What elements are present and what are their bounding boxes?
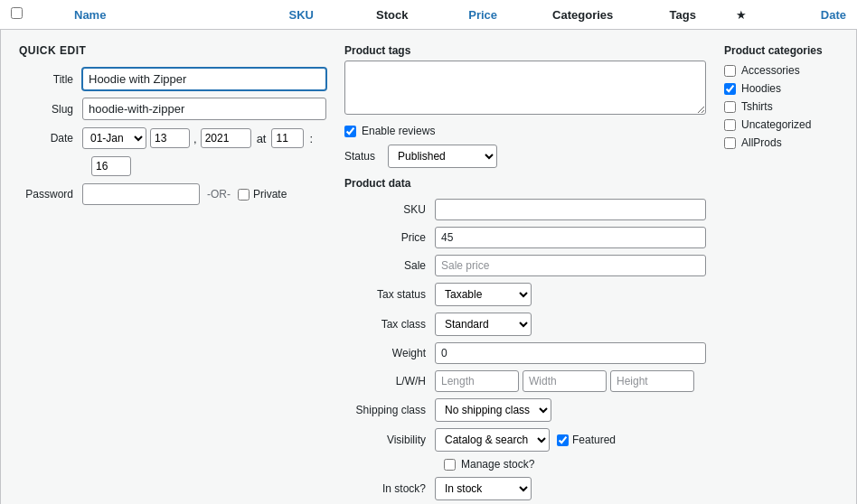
sku-row: SKU [344, 199, 706, 220]
table-header: Name SKU Stock Price Categories Tags ★ D… [0, 0, 857, 30]
col-categories: Categories [528, 8, 637, 22]
in-stock-select[interactable]: In stock Out of stock On backorder [435, 477, 532, 500]
private-label[interactable]: Private [238, 188, 287, 201]
shipping-class-row: Shipping class No shipping class Standar… [344, 398, 706, 422]
lwh-row: L/W/H [344, 370, 706, 392]
shipping-class-label: Shipping class [344, 404, 435, 416]
col-date[interactable]: Date [755, 8, 845, 22]
shipping-class-select[interactable]: No shipping class Standard Express [435, 398, 551, 422]
category-checkbox-accessories[interactable] [724, 65, 736, 77]
col-price[interactable]: Price [438, 8, 528, 22]
date-inputs: 01-Jan02-Feb03-Mar 04-Apr05-May06-Jun 07… [82, 127, 315, 149]
lwh-group [435, 370, 694, 392]
date-year-input[interactable] [201, 128, 251, 148]
category-checkbox-uncategorized[interactable] [724, 119, 736, 131]
weight-input[interactable] [435, 342, 706, 364]
length-input[interactable] [435, 370, 519, 392]
tax-class-select[interactable]: Standard Reduced rate Zero rate [435, 313, 532, 336]
enable-reviews-row: Enable reviews [344, 125, 706, 137]
featured-check: Featured [557, 434, 616, 446]
lwh-label: L/W/H [344, 375, 435, 387]
quick-edit-right: Product categories Accessories Hoodies T… [724, 44, 857, 504]
slug-label: Slug [19, 103, 82, 116]
date-month-select[interactable]: 01-Jan02-Feb03-Mar 04-Apr05-May06-Jun 07… [82, 127, 146, 149]
quick-edit-panel: QUICK EDIT Title Slug Date 01-Jan02-Feb0… [0, 30, 857, 504]
enable-reviews-label[interactable]: Enable reviews [362, 125, 435, 137]
price-input[interactable] [435, 227, 706, 248]
select-all-checkbox[interactable] [11, 7, 23, 19]
date-second-row [91, 156, 326, 176]
category-item-allprods: AllProds [724, 136, 857, 149]
tax-status-select[interactable]: Taxable Shipping only None [435, 283, 532, 306]
title-label: Title [19, 73, 82, 86]
col-name[interactable]: Name [74, 8, 256, 22]
product-tags-textarea[interactable] [344, 61, 706, 115]
category-name-hoodies: Hoodies [741, 82, 781, 95]
password-label: Password [19, 188, 82, 201]
category-item-tshirts: Tshirts [724, 100, 857, 113]
category-name-allprods: AllProds [741, 136, 782, 149]
date-row: Date 01-Jan02-Feb03-Mar 04-Apr05-May06-J… [19, 127, 326, 149]
visibility-select[interactable]: Catalog & search Catalog Search Hidden [435, 428, 550, 452]
col-tags: Tags [637, 8, 728, 22]
status-row: Status Published Draft Private Pending R… [344, 145, 706, 168]
date-at-label: at [257, 132, 267, 145]
manage-stock-row: Manage stock? [444, 458, 706, 471]
category-item-accessories: Accessories [724, 64, 857, 77]
col-star: ★ [728, 8, 755, 22]
tax-class-label: Tax class [344, 318, 435, 331]
category-checkbox-allprods[interactable] [724, 137, 736, 149]
tax-status-row: Tax status Taxable Shipping only None [344, 283, 706, 306]
featured-label[interactable]: Featured [572, 434, 616, 446]
time-colon: : [309, 132, 313, 145]
manage-stock-label[interactable]: Manage stock? [461, 458, 534, 471]
sku-input[interactable] [435, 199, 706, 220]
title-input[interactable] [82, 68, 326, 90]
col-stock: Stock [346, 8, 437, 22]
password-input[interactable] [82, 183, 200, 205]
category-item-uncategorized: Uncategorized [724, 118, 857, 131]
password-row: Password -OR- Private [19, 183, 326, 205]
sale-input[interactable] [435, 255, 706, 276]
slug-input[interactable] [82, 98, 326, 120]
date-hour-input[interactable] [271, 128, 304, 148]
enable-reviews-checkbox[interactable] [344, 126, 356, 137]
sku-label: SKU [344, 203, 435, 216]
quick-edit-title: QUICK EDIT [19, 44, 326, 57]
in-stock-label: In stock? [344, 482, 435, 495]
product-data-label: Product data [344, 177, 706, 190]
title-row: Title [19, 68, 326, 90]
quick-edit-middle: Product tags Enable reviews Status Publi… [344, 44, 706, 504]
date-comma: , [193, 132, 197, 145]
product-tags-label: Product tags [344, 44, 706, 57]
in-stock-row: In stock? In stock Out of stock On backo… [344, 477, 706, 500]
width-input[interactable] [523, 370, 607, 392]
date-minute-input[interactable] [91, 156, 131, 176]
price-label: Price [344, 231, 435, 244]
quick-edit-left: QUICK EDIT Title Slug Date 01-Jan02-Feb0… [19, 44, 326, 504]
tax-class-row: Tax class Standard Reduced rate Zero rat… [344, 313, 706, 336]
category-checkbox-hoodies[interactable] [724, 83, 736, 95]
status-select[interactable]: Published Draft Private Pending Review [388, 145, 497, 168]
categories-list: Accessories Hoodies Tshirts Uncategorize… [724, 64, 857, 149]
category-checkbox-tshirts[interactable] [724, 101, 736, 113]
manage-stock-checkbox[interactable] [444, 459, 456, 471]
category-name-tshirts: Tshirts [741, 100, 773, 113]
sale-row: Sale [344, 255, 706, 276]
or-text: -OR- [207, 188, 231, 201]
featured-checkbox[interactable] [557, 434, 569, 446]
visibility-row: Visibility Catalog & search Catalog Sear… [344, 428, 706, 452]
private-checkbox[interactable] [238, 189, 250, 201]
sale-label: Sale [344, 259, 435, 272]
product-categories-label: Product categories [724, 44, 857, 57]
weight-label: Weight [344, 347, 435, 359]
date-label: Date [19, 132, 82, 145]
visibility-label: Visibility [344, 434, 435, 446]
status-label: Status [344, 150, 381, 163]
category-name-accessories: Accessories [741, 64, 800, 77]
tax-status-label: Tax status [344, 288, 435, 301]
date-day-input[interactable] [150, 128, 190, 148]
private-text: Private [253, 188, 287, 201]
height-input[interactable] [610, 370, 694, 392]
col-sku[interactable]: SKU [256, 8, 346, 22]
